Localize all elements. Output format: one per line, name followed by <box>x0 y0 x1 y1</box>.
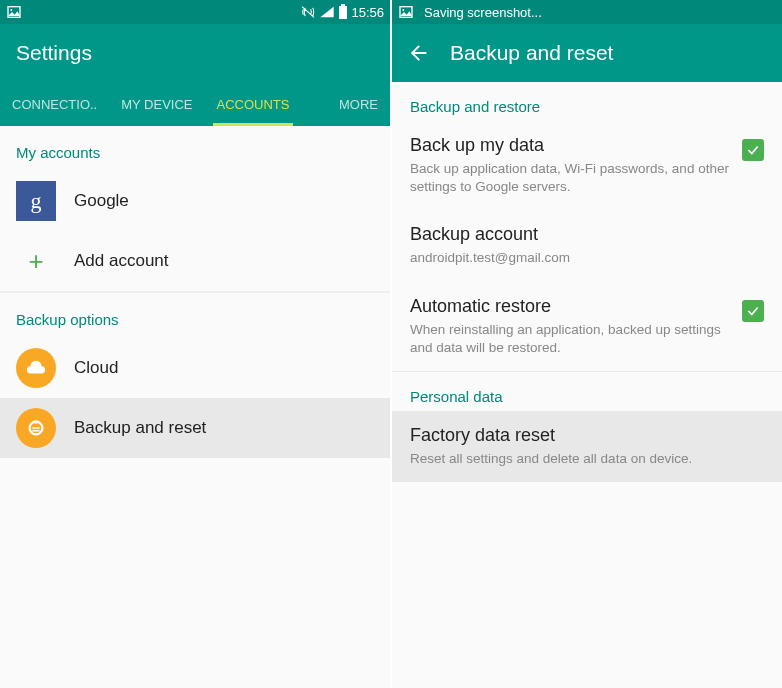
svg-rect-5 <box>34 421 38 424</box>
account-google[interactable]: g Google <box>0 171 390 231</box>
backup-account[interactable]: Backup account androidpit.test@gmail.com <box>392 210 782 281</box>
cloud-item[interactable]: Cloud <box>0 338 390 398</box>
automatic-restore[interactable]: Automatic restore When reinstalling an a… <box>392 282 782 371</box>
cloud-label: Cloud <box>74 358 118 378</box>
svg-rect-3 <box>341 4 345 6</box>
backup-my-data-title: Back up my data <box>410 135 732 156</box>
tab-more[interactable]: MORE <box>327 82 390 126</box>
tab-connections[interactable]: CONNECTIO.. <box>0 82 109 126</box>
backup-restore-header: Backup and restore <box>392 82 782 121</box>
tab-mydevice[interactable]: MY DEVICE <box>109 82 204 126</box>
content: Backup and restore Back up my data Back … <box>392 82 782 688</box>
back-arrow-icon <box>408 42 430 64</box>
automatic-restore-checkbox[interactable] <box>742 300 764 322</box>
back-button[interactable] <box>408 42 430 64</box>
backup-my-data-desc: Back up application data, Wi-Fi password… <box>410 160 732 196</box>
app-bar: Backup and reset <box>392 24 782 82</box>
content: My accounts g Google + Add account Backu… <box>0 126 390 688</box>
backup-options-header: Backup options <box>0 293 390 338</box>
saving-text: Saving screenshot... <box>424 5 542 20</box>
google-icon: g <box>16 181 56 221</box>
app-bar: Settings <box>0 24 390 82</box>
backup-my-data[interactable]: Back up my data Back up application data… <box>392 121 782 210</box>
settings-screen: 15:56 Settings CONNECTIO.. MY DEVICE ACC… <box>0 0 392 688</box>
page-title: Settings <box>16 41 92 65</box>
tab-accounts[interactable]: ACCOUNTS <box>205 82 302 126</box>
picture-icon <box>398 4 414 20</box>
check-icon <box>746 304 760 318</box>
backup-account-title: Backup account <box>410 224 764 245</box>
automatic-restore-title: Automatic restore <box>410 296 732 317</box>
backup-my-data-checkbox[interactable] <box>742 139 764 161</box>
backup-reset-label: Backup and reset <box>74 418 206 438</box>
check-icon <box>746 143 760 157</box>
factory-reset-title: Factory data reset <box>410 425 764 446</box>
add-account[interactable]: + Add account <box>0 231 390 291</box>
page-title: Backup and reset <box>450 41 613 65</box>
backup-account-desc: androidpit.test@gmail.com <box>410 249 764 267</box>
picture-icon <box>6 4 22 20</box>
backup-reset-item[interactable]: Backup and reset <box>0 398 390 458</box>
factory-data-reset[interactable]: Factory data reset Reset all settings an… <box>392 411 782 482</box>
factory-reset-desc: Reset all settings and delete all data o… <box>410 450 764 468</box>
vibrate-icon <box>300 4 316 20</box>
backup-reset-screen: Saving screenshot... Backup and reset Ba… <box>392 0 782 688</box>
account-label: Google <box>74 191 129 211</box>
add-account-label: Add account <box>74 251 169 271</box>
backup-reset-icon <box>16 408 56 448</box>
svg-rect-2 <box>339 6 347 19</box>
my-accounts-header: My accounts <box>0 126 390 171</box>
plus-icon: + <box>16 241 56 281</box>
cloud-icon <box>16 348 56 388</box>
automatic-restore-desc: When reinstalling an application, backed… <box>410 321 732 357</box>
signal-icon <box>319 4 335 20</box>
status-time: 15:56 <box>351 5 384 20</box>
personal-data-header: Personal data <box>392 372 782 411</box>
tab-bar: CONNECTIO.. MY DEVICE ACCOUNTS MORE <box>0 82 390 126</box>
status-bar: 15:56 <box>0 0 390 24</box>
battery-icon <box>338 4 348 20</box>
svg-point-7 <box>402 9 404 11</box>
svg-point-1 <box>10 9 12 11</box>
status-bar: Saving screenshot... <box>392 0 782 24</box>
